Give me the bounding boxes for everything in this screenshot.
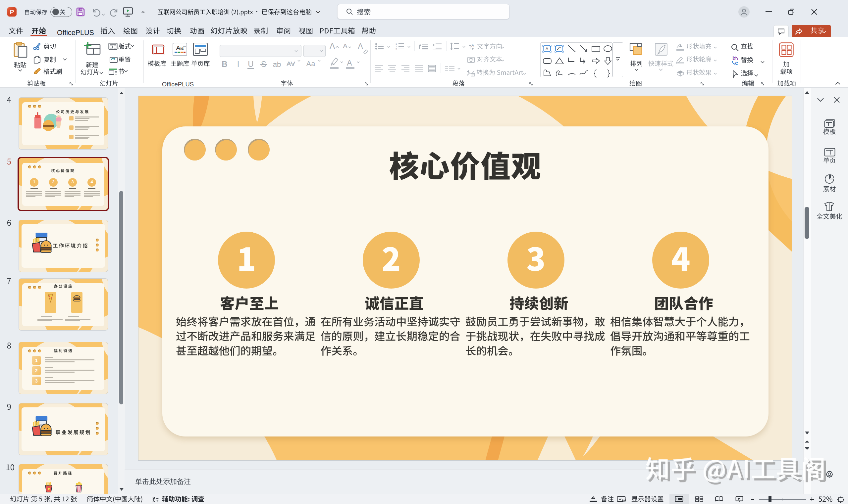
svg-text:A: A	[343, 42, 347, 50]
svg-text:ab: ab	[273, 60, 281, 69]
svg-text:Aa: Aa	[307, 59, 316, 68]
svg-text:B: B	[222, 59, 227, 69]
svg-text:c: c	[735, 60, 738, 65]
svg-text:P: P	[10, 8, 14, 16]
svg-text:A: A	[347, 58, 352, 67]
svg-text:Aa: Aa	[176, 44, 184, 51]
svg-text:A: A	[471, 43, 474, 48]
svg-text:A: A	[546, 46, 549, 51]
svg-text:U: U	[248, 59, 254, 69]
svg-text:A: A	[358, 42, 363, 51]
svg-text:I: I	[237, 59, 240, 69]
svg-text:A: A	[330, 41, 335, 51]
svg-text:3: 3	[396, 48, 397, 50]
